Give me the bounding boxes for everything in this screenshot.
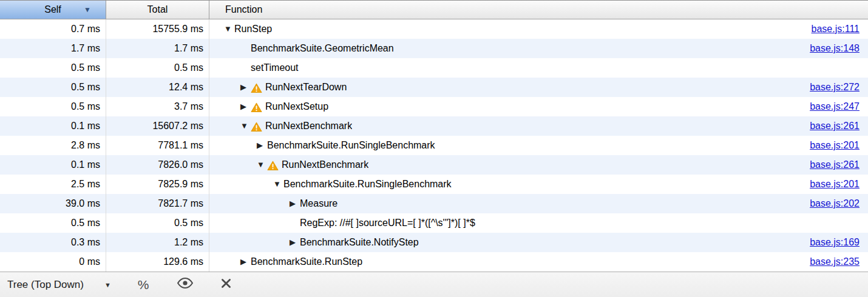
percent-icon: % xyxy=(138,278,149,292)
function-name: setTimeout xyxy=(251,58,299,78)
source-link[interactable]: base.js:148 xyxy=(810,39,868,58)
total-time-cell: 7826.0 ms xyxy=(106,155,209,175)
disclosure-collapsed-icon[interactable]: ▶ xyxy=(290,194,300,213)
table-row[interactable]: 0.1 ms7826.0 ms▼RunNextBenchmarkbase.js:… xyxy=(0,155,868,175)
table-row[interactable]: 0.3 ms1.2 ms▶BenchmarkSuite.NotifyStepba… xyxy=(0,233,868,252)
total-time-cell: 12.4 ms xyxy=(106,78,209,97)
disclosure-expanded-icon[interactable]: ▼ xyxy=(224,19,234,39)
disclosure-collapsed-icon[interactable]: ▶ xyxy=(240,97,251,116)
sort-descending-icon: ▼ xyxy=(84,1,91,19)
view-mode-label: Tree (Top Down) xyxy=(7,279,84,291)
view-mode-select[interactable]: Tree (Top Down) ▼ xyxy=(7,279,111,291)
column-header-function-label: Function xyxy=(225,4,262,15)
total-time-cell: 7825.9 ms xyxy=(106,175,209,194)
profile-tree: 0.7 ms15755.9 ms▼RunStepbase.js:1111.7 m… xyxy=(0,19,868,272)
function-name: RunNextTearDown xyxy=(265,78,347,97)
column-header-function[interactable]: Function xyxy=(209,1,868,19)
total-time-cell: 0.5 ms xyxy=(106,213,209,233)
disclosure-expanded-icon[interactable]: ▼ xyxy=(240,116,251,136)
table-row[interactable]: 39.0 ms7821.7 ms▶Measurebase.js:202 xyxy=(0,194,868,213)
total-time-cell: 1.2 ms xyxy=(106,233,209,252)
column-separator xyxy=(209,19,209,272)
eye-icon xyxy=(177,278,193,292)
table-row[interactable]: 2.8 ms7781.1 ms▶BenchmarkSuite.RunSingle… xyxy=(0,136,868,155)
profiler-panel: Self ▼ Total Function 0.7 ms15755.9 ms▼R… xyxy=(0,0,868,297)
disclosure-expanded-icon[interactable]: ▼ xyxy=(257,155,267,175)
function-cell: ▶RunNextTearDownbase.js:272 xyxy=(209,78,868,97)
close-icon xyxy=(221,278,231,292)
self-time-cell: 0.5 ms xyxy=(0,58,106,78)
table-row[interactable]: 0.1 ms15607.2 ms▼RunNextBenchmarkbase.js… xyxy=(0,116,868,136)
self-time-cell: 2.5 ms xyxy=(0,175,106,194)
chevron-down-icon: ▼ xyxy=(104,281,111,289)
column-header-total[interactable]: Total xyxy=(106,1,209,19)
tree-indent xyxy=(224,145,257,146)
tree-indent xyxy=(224,242,290,243)
tree-indent xyxy=(224,223,290,224)
table-row[interactable]: 0.5 ms3.7 ms▶RunNextSetupbase.js:247 xyxy=(0,97,868,116)
source-link[interactable]: base.js:272 xyxy=(810,78,868,97)
self-time-cell: 0.7 ms xyxy=(0,19,106,39)
disclosure-collapsed-icon[interactable]: ▶ xyxy=(240,252,251,272)
warning-icon xyxy=(267,161,279,171)
disclosure-collapsed-icon[interactable]: ▶ xyxy=(257,136,267,155)
function-cell: ▶BenchmarkSuite.NotifyStepbase.js:169 xyxy=(209,233,868,252)
source-link[interactable]: base.js:201 xyxy=(810,175,868,194)
source-link[interactable]: base.js:261 xyxy=(810,155,868,175)
source-link[interactable]: base.js:202 xyxy=(810,194,868,213)
self-time-cell: 39.0 ms xyxy=(0,194,106,213)
profile-tree-rows: 0.7 ms15755.9 ms▼RunStepbase.js:1111.7 m… xyxy=(0,19,868,272)
total-time-cell: 0.5 ms xyxy=(106,58,209,78)
tree-indent xyxy=(224,126,240,127)
tree-indent xyxy=(224,165,257,165)
self-time-cell: 0.5 ms xyxy=(0,213,106,233)
function-cell: ▼RunNextBenchmarkbase.js:261 xyxy=(209,116,868,136)
column-header-self[interactable]: Self ▼ xyxy=(0,1,106,19)
table-row[interactable]: 0.7 ms15755.9 ms▼RunStepbase.js:111 xyxy=(0,19,868,39)
source-link[interactable]: base.js:261 xyxy=(810,116,868,136)
table-row[interactable]: 0.5 ms0.5 mssetTimeout xyxy=(0,58,868,78)
self-time-cell: 0.3 ms xyxy=(0,233,106,252)
total-time-cell: 15755.9 ms xyxy=(106,19,209,39)
table-row[interactable]: 0.5 ms12.4 ms▶RunNextTearDownbase.js:272 xyxy=(0,78,868,97)
percent-toggle-button[interactable]: % xyxy=(138,278,149,292)
total-time-cell: 129.6 ms xyxy=(106,252,209,272)
self-time-cell: 0.5 ms xyxy=(0,78,106,97)
function-cell: ▶RunNextSetupbase.js:247 xyxy=(209,97,868,116)
total-time-cell: 7821.7 ms xyxy=(106,194,209,213)
function-name: BenchmarkSuite.RunStep xyxy=(251,252,362,272)
table-row[interactable]: 2.5 ms7825.9 ms▼BenchmarkSuite.RunSingle… xyxy=(0,175,868,194)
function-name: RunNextBenchmark xyxy=(282,155,368,175)
function-cell: ▶BenchmarkSuite.RunSingleBenchmarkbase.j… xyxy=(209,136,868,155)
source-link[interactable]: base.js:111 xyxy=(812,19,868,39)
disclosure-expanded-icon[interactable]: ▼ xyxy=(273,175,283,194)
column-header-self-label: Self xyxy=(44,4,61,15)
function-cell: ▼RunStepbase.js:111 xyxy=(209,19,868,39)
table-row[interactable]: 0.5 ms0.5 msRegExp: //#[ ]sourceURL=[ ]*… xyxy=(0,213,868,233)
function-cell: ▼BenchmarkSuite.RunSingleBenchmarkbase.j… xyxy=(209,175,868,194)
source-link[interactable]: base.js:247 xyxy=(810,97,868,116)
self-time-cell: 0.1 ms xyxy=(0,116,106,136)
disclosure-collapsed-icon[interactable]: ▶ xyxy=(290,233,300,252)
total-time-cell: 3.7 ms xyxy=(106,97,209,116)
focus-function-button[interactable] xyxy=(177,278,193,292)
source-link[interactable]: base.js:235 xyxy=(810,252,868,272)
table-row[interactable]: 0 ms129.6 ms▶BenchmarkSuite.RunStepbase.… xyxy=(0,252,868,272)
tree-indent xyxy=(224,107,240,107)
total-time-cell: 15607.2 ms xyxy=(106,116,209,136)
tree-indent xyxy=(224,87,240,88)
warning-icon xyxy=(251,122,262,132)
function-cell: ▼RunNextBenchmarkbase.js:261 xyxy=(209,155,868,175)
column-separator xyxy=(106,19,106,272)
disclosure-collapsed-icon[interactable]: ▶ xyxy=(240,78,251,97)
exclude-function-button[interactable] xyxy=(221,278,231,292)
function-cell: ▶Measurebase.js:202 xyxy=(209,194,868,213)
source-link[interactable]: base.js:201 xyxy=(810,136,868,155)
function-name: RunNextSetup xyxy=(265,97,328,116)
warning-icon xyxy=(251,102,262,113)
status-bar: Tree (Top Down) ▼ % xyxy=(0,272,868,297)
source-link[interactable]: base.js:169 xyxy=(810,233,868,252)
total-time-cell: 1.7 ms xyxy=(106,39,209,58)
warning-icon xyxy=(251,83,262,93)
table-row[interactable]: 1.7 ms1.7 msBenchmarkSuite.GeometricMean… xyxy=(0,39,868,58)
